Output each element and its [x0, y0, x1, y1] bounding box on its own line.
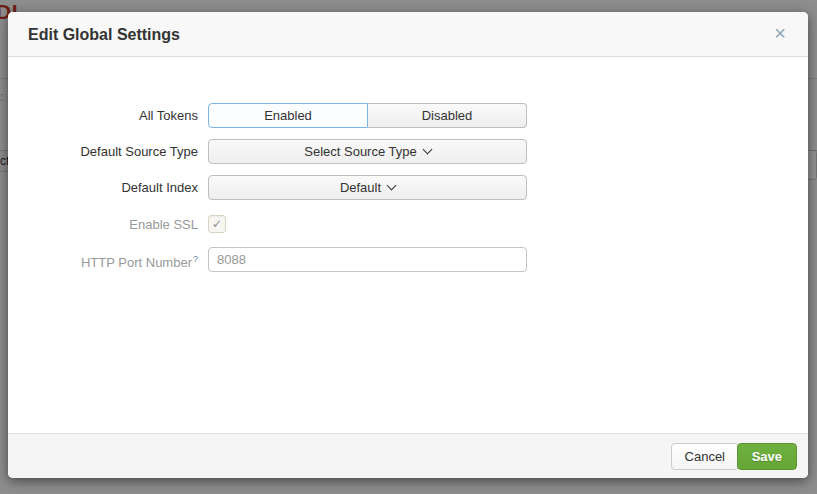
all-tokens-enabled-button[interactable]: Enabled	[208, 103, 368, 128]
default-index-row: Default Index Default	[8, 175, 808, 200]
default-source-type-value: Select Source Type	[304, 144, 417, 159]
chevron-down-icon	[422, 145, 432, 155]
cancel-button[interactable]: Cancel	[671, 443, 739, 470]
http-port-input	[208, 247, 527, 272]
chevron-down-icon	[387, 181, 397, 191]
close-icon[interactable]: ×	[768, 12, 792, 57]
http-port-row: HTTP Port Number?	[8, 247, 808, 272]
enable-ssl-checkbox: ✓	[208, 215, 226, 233]
all-tokens-disabled-button[interactable]: Disabled	[368, 103, 527, 128]
http-port-label: HTTP Port Number?	[8, 247, 198, 272]
all-tokens-row: All Tokens Enabled Disabled	[8, 103, 808, 128]
default-index-control: Default	[208, 175, 527, 200]
help-marker: ?	[193, 254, 198, 264]
all-tokens-label: All Tokens	[8, 103, 198, 128]
default-source-type-label: Default Source Type	[8, 139, 198, 164]
checkmark-icon: ✓	[212, 217, 222, 231]
default-index-label: Default Index	[8, 175, 198, 200]
default-source-type-dropdown[interactable]: Select Source Type	[208, 139, 527, 164]
default-index-dropdown[interactable]: Default	[208, 175, 527, 200]
default-source-type-row: Default Source Type Select Source Type	[8, 139, 808, 164]
modal-footer: Cancel Save	[8, 433, 808, 478]
modal-body: All Tokens Enabled Disabled Default Sour…	[8, 57, 808, 433]
save-button[interactable]: Save	[737, 443, 797, 470]
modal-title: Edit Global Settings	[28, 12, 180, 57]
all-tokens-toggle-group: Enabled Disabled	[208, 103, 527, 128]
enable-ssl-row: Enable SSL ✓	[8, 212, 808, 237]
edit-global-settings-modal: Edit Global Settings × All Tokens Enable…	[8, 12, 808, 478]
enable-ssl-label: Enable SSL	[8, 212, 198, 237]
modal-header: Edit Global Settings ×	[8, 12, 808, 57]
default-source-type-control: Select Source Type	[208, 139, 527, 164]
default-index-value: Default	[340, 180, 381, 195]
